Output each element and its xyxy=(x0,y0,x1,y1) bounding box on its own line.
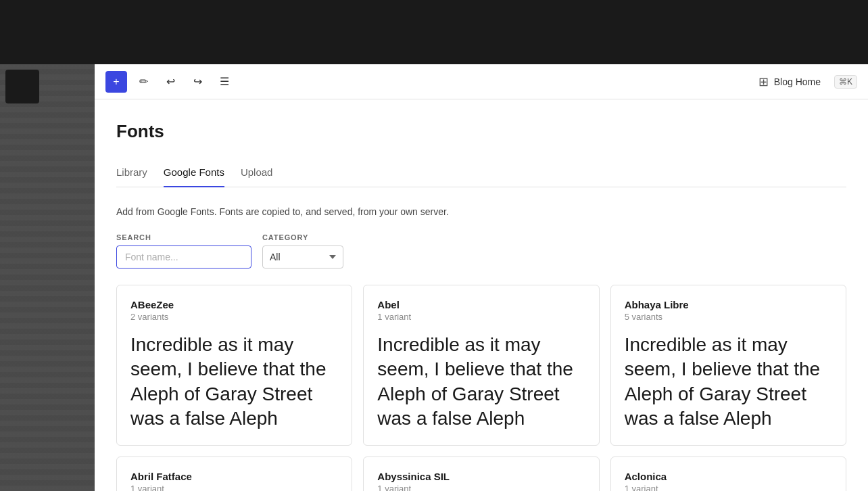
tabs-container: Library Google Fonts Upload xyxy=(116,161,846,187)
blog-home-label: Blog Home xyxy=(774,76,821,87)
category-select[interactable]: All Serif Sans Serif Monospace Display H… xyxy=(262,246,343,268)
font-name: Aclonica xyxy=(625,471,832,482)
toolbar: + ✏ ↩ ↪ ☰ ⊞ Blog Home ⌘K xyxy=(95,64,868,99)
toolbar-right: ⊞ Blog Home ⌘K xyxy=(753,70,857,93)
font-card[interactable]: Abhaya Libre 5 variants Incredible as it… xyxy=(610,285,846,446)
redo-button[interactable]: ↪ xyxy=(187,71,208,93)
category-label: CATEGORY xyxy=(262,233,343,241)
undo-button[interactable]: ↩ xyxy=(160,71,181,93)
edit-button[interactable]: ✏ xyxy=(132,71,154,93)
shortcut-badge: ⌘K xyxy=(834,75,857,89)
font-name: ABeeZee xyxy=(130,299,338,310)
font-card[interactable]: Abril Fatface 1 variant Incredible as it… xyxy=(116,457,352,491)
search-input[interactable] xyxy=(116,246,251,268)
font-preview: Incredible as it may seem, I believe tha… xyxy=(625,333,832,431)
filters-row: SEARCH CATEGORY All Serif Sans Serif Mon… xyxy=(116,233,846,268)
font-name: Abhaya Libre xyxy=(625,299,832,310)
font-name: Abel xyxy=(377,299,585,310)
font-card[interactable]: Aclonica 1 variant Incredible as it may … xyxy=(610,457,846,491)
font-preview: Incredible as it may seem, I believe tha… xyxy=(377,333,585,431)
font-variants: 5 variants xyxy=(625,312,832,322)
page-title: Fonts xyxy=(116,121,846,142)
content-area: Fonts Library Google Fonts Upload Add fr… xyxy=(95,99,868,491)
font-variants: 1 variant xyxy=(377,312,585,322)
font-card[interactable]: Abyssinica SIL 1 variant Incredible as i… xyxy=(363,457,599,491)
description-text: Add from Google Fonts. Fonts are copied … xyxy=(116,206,846,217)
search-label: SEARCH xyxy=(116,233,251,241)
fonts-grid: ABeeZee 2 variants Incredible as it may … xyxy=(116,285,846,491)
add-button[interactable]: + xyxy=(105,71,127,93)
sidebar xyxy=(0,64,95,491)
search-group: SEARCH xyxy=(116,233,251,268)
font-preview: Incredible as it may seem, I believe tha… xyxy=(130,333,338,431)
sidebar-background xyxy=(0,64,95,491)
font-variants: 2 variants xyxy=(130,312,338,322)
sidebar-logo xyxy=(5,70,39,103)
blog-home-icon: ⊞ xyxy=(758,74,769,89)
font-name: Abril Fatface xyxy=(130,471,338,482)
blog-home-button[interactable]: ⊞ Blog Home xyxy=(753,70,826,93)
font-variants: 1 variant xyxy=(130,484,338,491)
category-group: CATEGORY All Serif Sans Serif Monospace … xyxy=(262,233,343,268)
font-variants: 1 variant xyxy=(377,484,585,491)
font-variants: 1 variant xyxy=(625,484,832,491)
tab-library[interactable]: Library xyxy=(116,161,147,187)
tab-google-fonts[interactable]: Google Fonts xyxy=(164,161,224,187)
font-card[interactable]: ABeeZee 2 variants Incredible as it may … xyxy=(116,285,352,446)
font-card[interactable]: Abel 1 variant Incredible as it may seem… xyxy=(363,285,599,446)
menu-button[interactable]: ☰ xyxy=(214,71,235,93)
tab-upload[interactable]: Upload xyxy=(241,161,273,187)
font-name: Abyssinica SIL xyxy=(377,471,585,482)
